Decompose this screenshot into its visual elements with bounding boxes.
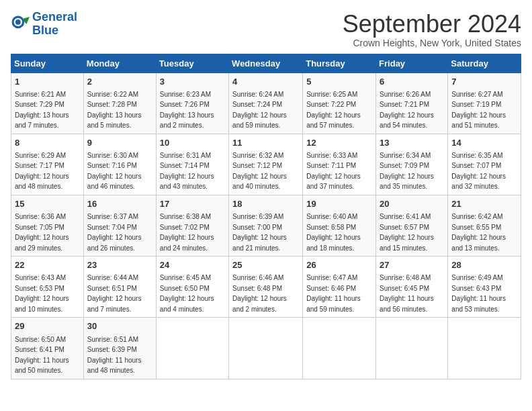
calendar-title: September 2024 bbox=[343, 11, 521, 38]
day-number: 21 bbox=[451, 198, 517, 210]
day-info: Sunrise: 6:33 AMSunset: 7:11 PMDaylight:… bbox=[306, 152, 361, 191]
calendar-cell: 9 Sunrise: 6:30 AMSunset: 7:16 PMDayligh… bbox=[83, 134, 156, 195]
week-row-2: 8 Sunrise: 6:29 AMSunset: 7:17 PMDayligh… bbox=[11, 134, 521, 195]
day-number: 19 bbox=[306, 198, 372, 210]
calendar-cell bbox=[229, 318, 303, 379]
calendar-cell: 7 Sunrise: 6:27 AMSunset: 7:19 PMDayligh… bbox=[448, 73, 521, 134]
day-info: Sunrise: 6:22 AMSunset: 7:28 PMDaylight:… bbox=[87, 91, 142, 130]
calendar-cell: 13 Sunrise: 6:34 AMSunset: 7:09 PMDaylig… bbox=[376, 134, 448, 195]
day-info: Sunrise: 6:44 AMSunset: 6:51 PMDaylight:… bbox=[87, 274, 142, 313]
day-number: 7 bbox=[451, 76, 517, 88]
weekday-header-sunday: Sunday bbox=[11, 54, 84, 73]
day-info: Sunrise: 6:34 AMSunset: 7:09 PMDaylight:… bbox=[380, 152, 434, 191]
calendar-cell: 16 Sunrise: 6:37 AMSunset: 7:04 PMDaylig… bbox=[83, 195, 156, 256]
day-info: Sunrise: 6:26 AMSunset: 7:21 PMDaylight:… bbox=[380, 91, 434, 130]
day-info: Sunrise: 6:42 AMSunset: 6:55 PMDaylight:… bbox=[451, 213, 506, 252]
day-number: 2 bbox=[87, 76, 152, 88]
day-number: 23 bbox=[87, 259, 152, 271]
day-info: Sunrise: 6:32 AMSunset: 7:12 PMDaylight:… bbox=[232, 152, 287, 191]
day-info: Sunrise: 6:49 AMSunset: 6:43 PMDaylight:… bbox=[451, 274, 506, 313]
calendar-cell: 6 Sunrise: 6:26 AMSunset: 7:21 PMDayligh… bbox=[376, 73, 448, 134]
day-info: Sunrise: 6:30 AMSunset: 7:16 PMDaylight:… bbox=[87, 152, 142, 191]
day-number: 4 bbox=[232, 76, 299, 88]
day-number: 25 bbox=[232, 259, 299, 271]
day-info: Sunrise: 6:27 AMSunset: 7:19 PMDaylight:… bbox=[451, 91, 506, 130]
day-number: 3 bbox=[160, 76, 225, 88]
calendar-cell bbox=[303, 318, 376, 379]
week-row-4: 22 Sunrise: 6:43 AMSunset: 6:53 PMDaylig… bbox=[11, 257, 521, 318]
logo-line1: General bbox=[32, 10, 77, 24]
calendar-cell: 21 Sunrise: 6:42 AMSunset: 6:55 PMDaylig… bbox=[448, 195, 521, 256]
logo: General Blue bbox=[11, 11, 77, 38]
calendar-cell bbox=[376, 318, 448, 379]
calendar-cell: 1 Sunrise: 6:21 AMSunset: 7:29 PMDayligh… bbox=[11, 73, 84, 134]
day-info: Sunrise: 6:23 AMSunset: 7:26 PMDaylight:… bbox=[160, 91, 214, 130]
calendar-table: SundayMondayTuesdayWednesdayThursdayFrid… bbox=[11, 54, 521, 379]
calendar-cell bbox=[156, 318, 228, 379]
day-info: Sunrise: 6:48 AMSunset: 6:45 PMDaylight:… bbox=[380, 274, 434, 313]
calendar-cell: 4 Sunrise: 6:24 AMSunset: 7:24 PMDayligh… bbox=[229, 73, 303, 134]
calendar-cell: 29 Sunrise: 6:50 AMSunset: 6:41 PMDaylig… bbox=[11, 318, 84, 379]
svg-point-2 bbox=[15, 19, 21, 25]
calendar-cell: 18 Sunrise: 6:39 AMSunset: 7:00 PMDaylig… bbox=[229, 195, 303, 256]
day-info: Sunrise: 6:45 AMSunset: 6:50 PMDaylight:… bbox=[160, 274, 214, 313]
day-number: 26 bbox=[306, 259, 372, 271]
logo-line2: Blue bbox=[32, 24, 58, 37]
logo-text: General Blue bbox=[32, 11, 77, 38]
day-number: 29 bbox=[15, 320, 80, 332]
day-number: 30 bbox=[87, 320, 152, 332]
day-number: 5 bbox=[306, 76, 372, 88]
calendar-cell: 28 Sunrise: 6:49 AMSunset: 6:43 PMDaylig… bbox=[448, 257, 521, 318]
calendar-cell: 10 Sunrise: 6:31 AMSunset: 7:14 PMDaylig… bbox=[156, 134, 228, 195]
day-info: Sunrise: 6:50 AMSunset: 6:41 PMDaylight:… bbox=[15, 336, 69, 375]
day-number: 20 bbox=[380, 198, 444, 210]
title-area: September 2024 Crown Heights, New York, … bbox=[343, 11, 521, 48]
calendar-cell: 19 Sunrise: 6:40 AMSunset: 6:58 PMDaylig… bbox=[303, 195, 376, 256]
weekday-header-tuesday: Tuesday bbox=[156, 54, 228, 73]
calendar-subtitle: Crown Heights, New York, United States bbox=[343, 38, 521, 48]
calendar-cell: 23 Sunrise: 6:44 AMSunset: 6:51 PMDaylig… bbox=[83, 257, 156, 318]
calendar-cell: 24 Sunrise: 6:45 AMSunset: 6:50 PMDaylig… bbox=[156, 257, 228, 318]
day-number: 18 bbox=[232, 198, 299, 210]
calendar-cell: 25 Sunrise: 6:46 AMSunset: 6:48 PMDaylig… bbox=[229, 257, 303, 318]
calendar-cell: 2 Sunrise: 6:22 AMSunset: 7:28 PMDayligh… bbox=[83, 73, 156, 134]
weekday-header-monday: Monday bbox=[83, 54, 156, 73]
day-number: 13 bbox=[380, 137, 444, 149]
day-number: 9 bbox=[87, 137, 152, 149]
day-info: Sunrise: 6:40 AMSunset: 6:58 PMDaylight:… bbox=[306, 213, 361, 252]
day-info: Sunrise: 6:37 AMSunset: 7:04 PMDaylight:… bbox=[87, 213, 142, 252]
day-info: Sunrise: 6:21 AMSunset: 7:29 PMDaylight:… bbox=[15, 91, 69, 130]
day-number: 15 bbox=[15, 198, 80, 210]
weekday-header-friday: Friday bbox=[376, 54, 448, 73]
day-number: 12 bbox=[306, 137, 372, 149]
day-info: Sunrise: 6:29 AMSunset: 7:17 PMDaylight:… bbox=[15, 152, 69, 191]
weekday-header-wednesday: Wednesday bbox=[229, 54, 303, 73]
week-row-1: 1 Sunrise: 6:21 AMSunset: 7:29 PMDayligh… bbox=[11, 73, 521, 134]
weekday-header-row: SundayMondayTuesdayWednesdayThursdayFrid… bbox=[11, 54, 521, 73]
day-info: Sunrise: 6:39 AMSunset: 7:00 PMDaylight:… bbox=[232, 213, 287, 252]
week-row-5: 29 Sunrise: 6:50 AMSunset: 6:41 PMDaylig… bbox=[11, 318, 521, 379]
day-info: Sunrise: 6:35 AMSunset: 7:07 PMDaylight:… bbox=[451, 152, 506, 191]
day-number: 22 bbox=[15, 259, 80, 271]
day-info: Sunrise: 6:36 AMSunset: 7:05 PMDaylight:… bbox=[15, 213, 69, 252]
calendar-cell: 20 Sunrise: 6:41 AMSunset: 6:57 PMDaylig… bbox=[376, 195, 448, 256]
day-number: 17 bbox=[160, 198, 225, 210]
week-row-3: 15 Sunrise: 6:36 AMSunset: 7:05 PMDaylig… bbox=[11, 195, 521, 256]
day-info: Sunrise: 6:25 AMSunset: 7:22 PMDaylight:… bbox=[306, 91, 361, 130]
calendar-cell: 26 Sunrise: 6:47 AMSunset: 6:46 PMDaylig… bbox=[303, 257, 376, 318]
day-info: Sunrise: 6:41 AMSunset: 6:57 PMDaylight:… bbox=[380, 213, 434, 252]
day-info: Sunrise: 6:43 AMSunset: 6:53 PMDaylight:… bbox=[15, 274, 69, 313]
page-header: General Blue September 2024 Crown Height… bbox=[11, 11, 521, 48]
calendar-cell: 15 Sunrise: 6:36 AMSunset: 7:05 PMDaylig… bbox=[11, 195, 84, 256]
calendar-cell: 27 Sunrise: 6:48 AMSunset: 6:45 PMDaylig… bbox=[376, 257, 448, 318]
day-info: Sunrise: 6:47 AMSunset: 6:46 PMDaylight:… bbox=[306, 274, 361, 313]
day-number: 16 bbox=[87, 198, 152, 210]
day-info: Sunrise: 6:46 AMSunset: 6:48 PMDaylight:… bbox=[232, 274, 287, 313]
day-number: 24 bbox=[160, 259, 225, 271]
calendar-cell: 14 Sunrise: 6:35 AMSunset: 7:07 PMDaylig… bbox=[448, 134, 521, 195]
day-number: 6 bbox=[380, 76, 444, 88]
day-number: 14 bbox=[451, 137, 517, 149]
day-number: 11 bbox=[232, 137, 299, 149]
day-info: Sunrise: 6:51 AMSunset: 6:39 PMDaylight:… bbox=[87, 336, 142, 375]
weekday-header-saturday: Saturday bbox=[448, 54, 521, 73]
